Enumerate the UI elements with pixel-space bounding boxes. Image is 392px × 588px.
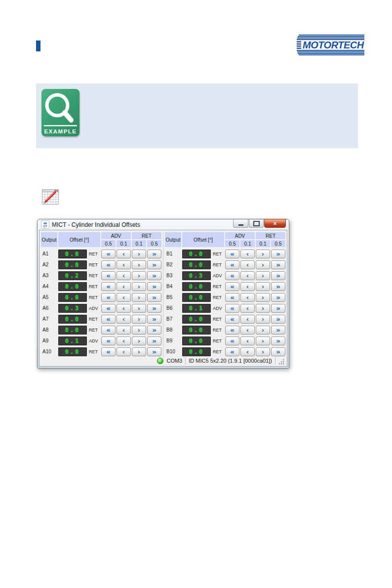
direction-label: ADV: [89, 338, 99, 343]
adv-large-step-button[interactable]: «: [225, 271, 239, 280]
ret-large-step-button[interactable]: »: [147, 282, 161, 291]
adv-small-step-button[interactable]: ‹: [240, 271, 255, 280]
ret-small-step-button[interactable]: ›: [132, 293, 146, 302]
adv-large-step-button[interactable]: «: [101, 271, 116, 280]
offset-display: 0.0: [182, 293, 211, 302]
adv-small-step-button[interactable]: ‹: [117, 347, 131, 356]
adv-small-step-button[interactable]: ‹: [240, 282, 255, 291]
adv-small-step-button[interactable]: ‹: [117, 250, 131, 258]
ret-large-step-button[interactable]: »: [147, 293, 161, 302]
ret-small-step-button[interactable]: ›: [256, 326, 270, 335]
adv-large-step-button[interactable]: «: [101, 293, 116, 302]
ret-large-step-button[interactable]: »: [271, 304, 285, 313]
minimize-icon: [238, 224, 243, 226]
close-button[interactable]: ✕: [264, 219, 286, 228]
adv-large-step-button[interactable]: «: [101, 326, 116, 335]
ret-large-step-button[interactable]: »: [271, 315, 285, 324]
ret-large-step-button[interactable]: »: [271, 282, 285, 291]
adv-small-step-button[interactable]: ‹: [117, 315, 131, 324]
ret-small-step-button[interactable]: ›: [132, 271, 146, 280]
ret-large-step-button[interactable]: »: [271, 326, 285, 335]
adv-large-step-button[interactable]: «: [225, 250, 239, 258]
ret-small-step-button[interactable]: ›: [132, 282, 146, 291]
adv-large-step-button[interactable]: «: [225, 336, 239, 345]
adv-large-step-button[interactable]: «: [225, 282, 239, 291]
output-label: B3: [165, 273, 181, 278]
adv-small-step-button[interactable]: ‹: [240, 336, 255, 345]
com-port-label: COM3: [166, 358, 182, 364]
adv-large-step-button[interactable]: «: [101, 260, 116, 269]
ret-large-step-button[interactable]: »: [271, 250, 285, 258]
cylinder-row-b1: B10.0RET«‹›»: [165, 249, 285, 258]
adv-small-step-button[interactable]: ‹: [240, 293, 255, 302]
offset-display: 0.0: [182, 347, 211, 356]
ret-small-step-button[interactable]: ›: [256, 347, 270, 356]
ret-large-step-button[interactable]: »: [271, 347, 285, 356]
output-label: A2: [41, 262, 57, 267]
ret-small-step-button[interactable]: ›: [132, 260, 146, 269]
ret-large-step-button[interactable]: »: [147, 250, 161, 258]
maximize-button[interactable]: [249, 219, 264, 228]
adv-small-step-button[interactable]: ‹: [117, 260, 131, 269]
ret-large-step-button[interactable]: »: [147, 260, 161, 269]
adv-large-step-button[interactable]: «: [225, 326, 239, 335]
ret-small-step-button[interactable]: ›: [132, 336, 146, 345]
adv-small-step-button[interactable]: ‹: [240, 347, 255, 356]
ret-small-step-button[interactable]: ›: [256, 250, 270, 258]
ret-large-step-button[interactable]: »: [271, 293, 285, 302]
ret-small-step-button[interactable]: ›: [256, 293, 270, 302]
adv-large-step-button[interactable]: «: [101, 282, 116, 291]
adv-small-step-button[interactable]: ‹: [117, 336, 131, 345]
ret-small-step-button[interactable]: ›: [256, 304, 270, 313]
ret-large-step-button[interactable]: »: [147, 347, 161, 356]
adv-small-step-button[interactable]: ‹: [240, 304, 255, 313]
adv-large-step-button[interactable]: «: [225, 260, 239, 269]
cylinder-row-b8: B80.0RET«‹›»: [165, 325, 285, 335]
adv-small-step-button[interactable]: ‹: [117, 304, 131, 313]
step-header: 0.1: [256, 240, 270, 247]
adv-large-step-button[interactable]: «: [225, 315, 239, 324]
ret-small-step-button[interactable]: ›: [132, 347, 146, 356]
ret-small-step-button[interactable]: ›: [256, 315, 270, 324]
ret-large-step-button[interactable]: »: [147, 271, 161, 280]
ret-small-step-button[interactable]: ›: [256, 282, 270, 291]
adv-small-step-button[interactable]: ‹: [117, 271, 131, 280]
adv-small-step-button[interactable]: ‹: [117, 293, 131, 302]
ret-small-step-button[interactable]: ›: [132, 326, 146, 335]
ret-small-step-button[interactable]: ›: [132, 250, 146, 258]
ret-large-step-button[interactable]: »: [271, 336, 285, 345]
ret-large-step-button[interactable]: »: [147, 336, 161, 345]
adv-large-step-button[interactable]: «: [225, 347, 239, 356]
adv-large-step-button[interactable]: «: [101, 347, 116, 356]
adv-large-step-button[interactable]: «: [101, 336, 116, 345]
adv-large-step-button[interactable]: «: [225, 293, 239, 302]
output-label: B10: [165, 349, 181, 354]
resize-grip[interactable]: [278, 359, 285, 365]
adv-small-step-button[interactable]: ‹: [117, 282, 131, 291]
adv-large-step-button[interactable]: «: [101, 304, 116, 313]
ret-small-step-button[interactable]: ›: [132, 315, 146, 324]
minimize-button[interactable]: [233, 219, 248, 228]
ret-small-step-button[interactable]: ›: [256, 260, 270, 269]
adv-small-step-button[interactable]: ‹: [117, 326, 131, 335]
offset-cell: 0.0RET: [182, 282, 224, 291]
adv-large-step-button[interactable]: «: [225, 304, 239, 313]
ret-large-step-button[interactable]: »: [271, 271, 285, 280]
adv-small-step-button[interactable]: ‹: [240, 315, 255, 324]
ret-large-step-button[interactable]: »: [147, 304, 161, 313]
step-header: 0.5: [101, 240, 116, 247]
adv-small-step-button[interactable]: ‹: [240, 260, 255, 269]
ret-large-step-button[interactable]: »: [147, 326, 161, 335]
adv-small-step-button[interactable]: ‹: [240, 326, 255, 335]
ret-small-step-button[interactable]: ›: [132, 304, 146, 313]
adv-large-step-button[interactable]: «: [101, 250, 116, 258]
ret-large-step-button[interactable]: »: [271, 260, 285, 269]
ret-small-step-button[interactable]: ›: [256, 271, 270, 280]
adv-large-step-button[interactable]: «: [101, 315, 116, 324]
adv-small-step-button[interactable]: ‹: [240, 250, 255, 258]
window-titlebar[interactable]: MI CT MICT - Cylinder Individual Offsets…: [38, 219, 289, 230]
offset-cell: 0.0RET: [182, 347, 224, 356]
ret-large-step-button[interactable]: »: [147, 315, 161, 324]
offset-display: 0.0: [58, 326, 87, 335]
ret-small-step-button[interactable]: ›: [256, 336, 270, 345]
